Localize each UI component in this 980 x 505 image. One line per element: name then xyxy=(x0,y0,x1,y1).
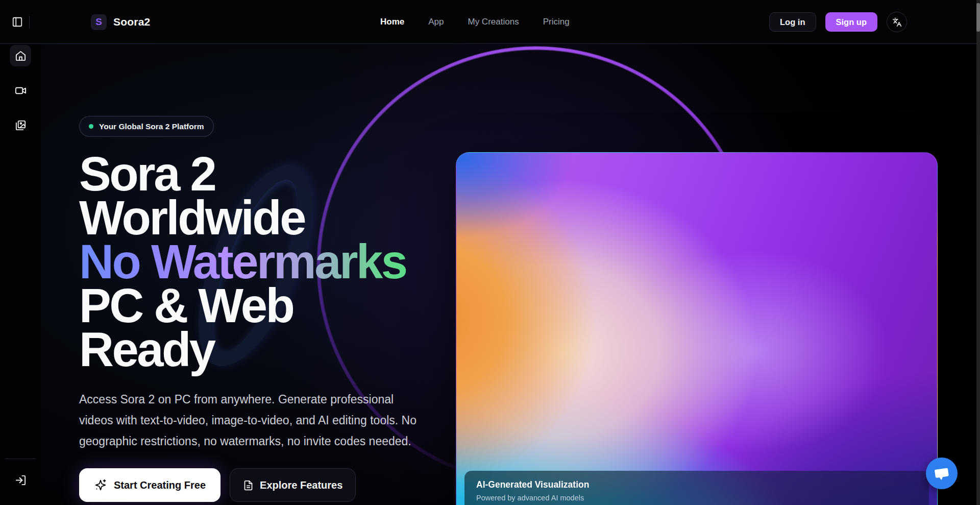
page-scrollbar-track[interactable] xyxy=(976,0,980,505)
showcase-title: AI-Generated Visualization xyxy=(476,479,917,490)
sidebar-toggle-button[interactable] xyxy=(10,15,24,29)
showcase-image-card: AI-Generated Visualization Powered by ad… xyxy=(456,152,938,505)
chat-bubble-icon xyxy=(933,465,950,482)
auth-actions: Log in Sign up xyxy=(769,0,907,44)
sidebar-item-home[interactable] xyxy=(10,45,31,66)
navbar-divider xyxy=(29,16,30,28)
page: S Soora2 Home App My Creations Pricing L… xyxy=(0,0,980,505)
hero-description: Access Sora 2 on PC from anywhere. Gener… xyxy=(79,389,420,452)
page-scrollbar-thumb[interactable] xyxy=(976,3,980,32)
hero-title: Sora 2 Worldwide No Watermarks PC & Web … xyxy=(79,152,436,372)
status-dot-icon xyxy=(89,124,93,129)
start-creating-label: Start Creating Free xyxy=(114,479,206,491)
hero-section: Your Global Sora 2 Platform Sora 2 World… xyxy=(41,44,980,505)
images-icon xyxy=(15,119,27,131)
hero-badge: Your Global Sora 2 Platform xyxy=(79,116,214,137)
languages-icon xyxy=(892,17,902,27)
nav-link-app[interactable]: App xyxy=(428,17,444,27)
sidebar-item-login[interactable] xyxy=(10,469,31,491)
home-icon xyxy=(15,50,27,62)
explore-features-button[interactable]: Explore Features xyxy=(230,468,356,502)
brand[interactable]: S Soora2 xyxy=(91,0,150,44)
sidebar-item-videos[interactable] xyxy=(10,80,31,101)
nav-link-pricing[interactable]: Pricing xyxy=(543,17,570,27)
showcase-caption-bar: AI-Generated Visualization Powered by ad… xyxy=(464,471,929,505)
icon-sidebar xyxy=(0,44,41,505)
hero-title-line-3: No Watermarks xyxy=(79,240,436,284)
explore-features-label: Explore Features xyxy=(260,479,342,491)
sidebar-divider xyxy=(5,459,36,459)
chat-widget-button[interactable] xyxy=(926,458,958,489)
nav-link-home[interactable]: Home xyxy=(380,17,404,27)
hero-title-line-2: Worldwide xyxy=(79,196,436,240)
brand-logo: S xyxy=(91,14,107,30)
panel-left-icon xyxy=(12,16,23,28)
signup-button[interactable]: Sign up xyxy=(825,12,878,32)
hero-title-line-1: Sora 2 xyxy=(79,152,436,196)
cta-row: Start Creating Free Explore Features xyxy=(79,468,436,502)
showcase-subtitle: Powered by advanced AI models xyxy=(476,494,917,502)
language-button[interactable] xyxy=(887,12,907,32)
login-button[interactable]: Log in xyxy=(769,12,816,32)
sidebar-item-images[interactable] xyxy=(10,114,31,136)
top-navbar: S Soora2 Home App My Creations Pricing L… xyxy=(0,0,980,44)
log-in-icon xyxy=(15,474,27,486)
brand-name: Soora2 xyxy=(113,16,150,28)
file-text-icon xyxy=(243,480,254,491)
video-camera-icon xyxy=(15,85,27,97)
nav-link-my-creations[interactable]: My Creations xyxy=(468,17,519,27)
start-creating-button[interactable]: Start Creating Free xyxy=(79,468,220,502)
sparkles-icon xyxy=(94,478,107,492)
sidebar-bottom xyxy=(0,459,41,491)
hero-title-line-4: PC & Web Ready xyxy=(79,284,436,372)
hero-badge-label: Your Global Sora 2 Platform xyxy=(99,122,204,131)
hero-content: Your Global Sora 2 Platform Sora 2 World… xyxy=(79,116,436,502)
main-nav: Home App My Creations Pricing xyxy=(380,0,570,44)
